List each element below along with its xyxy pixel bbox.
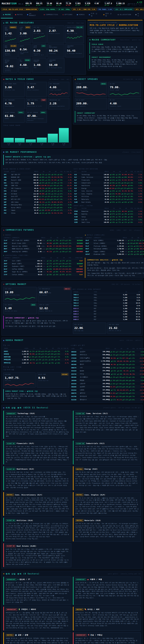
stat-unit: % <box>56 30 57 32</box>
automobile-icon: 🚗 <box>87 578 89 580</box>
stat-unit: % <box>83 328 84 329</box>
table-header-row: INDEXLEVEL1D1W1M3MYTDVS 52W HI <box>3 347 69 350</box>
tab-korea[interactable]: ▣KOREA <box>75 12 87 18</box>
table-row: EEMEmerging Mkts62.34▲2.13%▲2.43%▲7.00%▲… <box>3 203 72 206</box>
status-badge: HEDGE <box>31 304 36 306</box>
status-pill: HY OAS: 288bp <box>57 8 71 10</box>
sparkline-chart <box>67 35 82 39</box>
table-row: MTUMMomentum254.78▲0.58%▲1.83%▼0.24%▲0.8… <box>74 210 143 213</box>
rates-card-grid: FED FUNDS RATE3.64%Effective rate2Y TREA… <box>3 82 69 122</box>
ticker-item: BRENT71.30▼0.50% <box>65 1 72 6</box>
stat-unit: ₩ <box>18 378 19 379</box>
table-icon: ⚡ <box>3 234 5 236</box>
sector-analysis-text: XLRE YTD 7.9% (S&P 대비 +7.0%p). TIPS 10Y … <box>6 548 69 566</box>
commodities-right-column: ◉ METALS (COMEX/LME)CONTRACTCOMMODITYPRI… <box>85 232 144 278</box>
stat-subtitle: VIX 1개월 변화 <box>74 330 105 332</box>
tab-allocation[interactable]: ◫ALLOCATION <box>116 12 133 18</box>
stat-card: M2 YOYEXPAND4.60%Money supply <box>18 58 31 73</box>
stat-unit: bp <box>86 103 88 104</box>
ticker-item: GOLD5,081▲2.11% <box>75 1 81 6</box>
tab-commodities[interactable]: ▮COMMODITIES <box>41 12 61 18</box>
ticker-item: VIX19.09▲22.06% <box>46 1 53 6</box>
stat-value: 3.00 <box>20 32 27 35</box>
sector-card: SLIGHT OWFinancials (XLF)XLF YTD -4.4% (… <box>3 440 71 464</box>
tab-us-market[interactable]: ▦US MARKET <box>25 12 42 18</box>
rates-yield-curve-panel: ▤RATES & YIELD CURVE US Treasury · TIPS … <box>1 76 71 148</box>
stat-card: PPI YOY2.87%Producer prices <box>47 26 64 43</box>
stat-label: HY-IG DIFF <box>76 99 106 101</box>
table-row: QUALQuality204.39▲0.67%▲1.82%▲1.20%▲2.61… <box>74 213 143 216</box>
tab-options[interactable]: ◎OPTIONS <box>61 12 75 18</box>
stat-subtitle: U. Michigan Survey <box>49 67 63 69</box>
table-row: KRX반도체1,368.88▲0.43%▲2.19%▲3.21%▲3.39%▲4… <box>3 358 69 362</box>
note-text: KOSPI YTD 34.8% / KOSDAQ YTD 22.0%. USD/… <box>5 393 68 400</box>
flows-label: 투자자별 순매수 (1개월) <box>3 366 69 368</box>
table-row: XLIIndustrials177.23▲0.50%▲2.59%▲6.53%▲1… <box>74 182 143 184</box>
table-label: MAJOR INDICES & CROSS-ASSET <box>3 168 72 170</box>
stat-unit: M <box>40 64 41 66</box>
table-row: 035420NAVER254,500원▲0.59%▲6.93%▼4.14%▲3.… <box>71 369 144 372</box>
table-row: CL=FWTI Crude Oil (NYMEX)66.48 $/bbl▲0.0… <box>3 239 83 242</box>
curve-bar <box>37 127 47 142</box>
status-badge: SAFE <box>41 45 46 47</box>
table-row: 005930삼성전자190,100원▲0.05%▲27.33%▲84.92%▲4… <box>71 350 144 354</box>
tab-rates[interactable]: ▤RATES <box>13 12 25 18</box>
macro-row: ◉US MACRO INDICATORS FRED API · Real-tim… <box>1 20 143 75</box>
table-row: ^VIXCBOE VIX19.09▼5.64%▼8.31%▲12.96%▲31.… <box>3 184 72 187</box>
curve-bar <box>26 127 36 142</box>
curve-tick: 4.0810Y <box>48 143 58 146</box>
table-row: SPYS&P 500 ETF689.43▲0.72%▲1.20%▲0.59%▲0… <box>3 173 72 176</box>
table-row: 6550.0PUT3,28034.3% <box>73 315 141 318</box>
rating-badge: NEUTRAL <box>75 519 83 522</box>
section-source: Data-Driven · 실데이터 기반 <box>120 39 141 41</box>
rating-badge: OVERWEIGHT <box>6 578 16 581</box>
korea-topcap-table: 시가총액 상위 종목CODE종목현재가1D1M3MYTDVS 52W HI005… <box>71 343 144 401</box>
stat-value: 288.00 <box>76 86 87 89</box>
stat-value: 1.79 <box>27 102 34 105</box>
table-row: XLPCons. Staples87.89▲0.25%▼1.48%▲6.61%▲… <box>74 192 143 195</box>
stat-card: NFP MOMIN-LINE130.00KNonfarm Payrolls <box>3 44 17 57</box>
stat-value: 56.40 <box>67 49 75 52</box>
options-left-column: VIX SPOT19.09CBOE Volatility IndexIV PER… <box>3 287 71 329</box>
sector-card: NEUTRAL🏦금융 / 은행KB금융 3M 26.4% / 신한지주 3M 2… <box>3 632 71 644</box>
section-title: US MACRO INDICATORS <box>6 22 34 24</box>
kr-sector-grid: OVERWEIGHT⚙반도체 / ITKRX반도체지수 3M 3.4% — 업사… <box>3 576 141 644</box>
ticker-label: COPPER <box>85 1 90 3</box>
stat-card: FED FUNDS RATE3.64%Effective rate <box>3 82 25 97</box>
clipboard-icon: ▤ <box>89 39 91 41</box>
section-title: OPTIONS MARKET <box>6 284 26 285</box>
sector-card: SLIGHT OWComm. Services (XLC)XLC YTD -0.… <box>73 410 141 439</box>
sector-analysis-text: XLC YTD -0.1% (S&P 대비 -1.0%p). Meta 광고 R… <box>75 416 139 433</box>
section-title: COMMODITIES FUTURES <box>6 229 34 231</box>
stat-unit: bp <box>13 116 15 117</box>
stat-card: CORE PCE YOYWATCH3.00%PCE: 2.9% <box>18 26 31 43</box>
table-row: USOWTI Oil ETF80.85▼0.42%▲5.85%▲10.24%▲1… <box>3 198 72 201</box>
section-source: ICE BofA OAS · bp 단위 <box>123 78 141 80</box>
status-badge: WATCH <box>25 26 30 28</box>
stat-card: HY-IG DIFF209.00bpRisk appetite <box>75 98 107 110</box>
stat-card: JOLTS6.54MJob openings (SAAR) <box>18 44 31 57</box>
tab-us-sectors[interactable]: ▨미국 산업 <box>87 12 101 18</box>
stat-card: VIX 1M CHG22.06%VIX 1개월 변화 <box>73 322 106 334</box>
ticker-value: 1,447.8 <box>105 3 112 4</box>
table-label: GICS SECTOR ETF ROTATION <box>74 168 143 170</box>
stat-subtitle: Liquidity signal <box>110 106 139 107</box>
stat-label: 2Y TREASURY <box>27 83 46 84</box>
table-row: 7015.0CALL1,7499.4% <box>73 304 141 307</box>
table-row: 105560KB금융168,800원▲1.38%▲30.35%▲26.44%▲3… <box>71 379 144 382</box>
metals-futures-table: ◉ METALS (COMEX/LME)CONTRACTCOMMODITYPRI… <box>85 234 144 256</box>
status-badge: IN-LINE <box>10 45 17 47</box>
sector-title: 바이오 / 제약 <box>87 608 99 610</box>
rating-badge: UNDERWEIGHT <box>6 608 17 611</box>
table-row: EWYKorea (MSCI)141.88▲4.93%▲8.47%▲22.67%… <box>3 206 72 209</box>
status-pill: CPI: 2.8% | CORE PCE: 3.0% <box>72 8 97 10</box>
tab-macro[interactable]: ◉MACRO <box>1 12 13 18</box>
table-icon: ❋ <box>3 254 5 256</box>
rating-badge: SLIGHT UW <box>6 545 15 547</box>
tab-kr-sectors[interactable]: ▥한국 산업 <box>101 12 116 18</box>
table-row: 6500.0PUT3,29137.5% <box>73 312 141 315</box>
sector-analysis-text: 현대차 3M 82.8% / 기아 3M 45.6%. 현대차 2025 미국 … <box>75 582 139 599</box>
tab-news[interactable]: ▤뉴스 <box>133 12 143 18</box>
status-pill: VIX: 19.1 COMPLACENT <box>114 8 134 10</box>
table-row: 035720카카오57,900원▲0.52%▲2.30%▼9.11%▼6.74%… <box>71 372 144 376</box>
